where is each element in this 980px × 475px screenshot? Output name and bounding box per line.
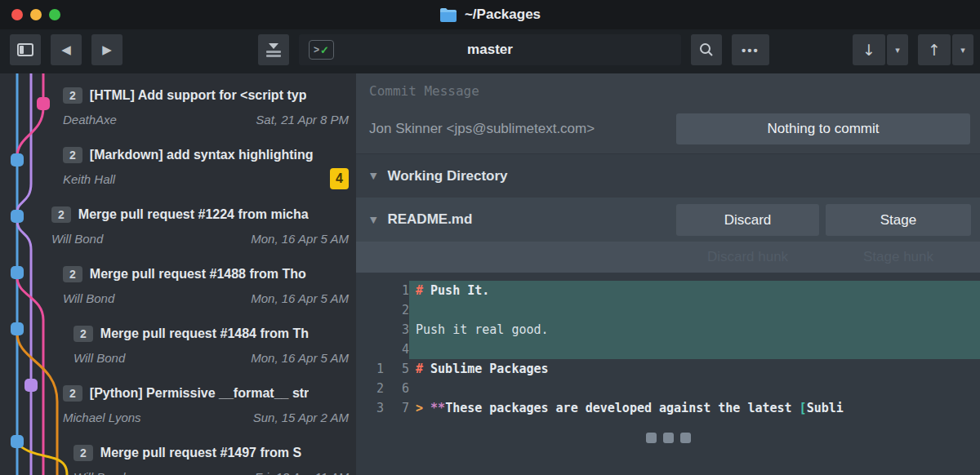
diff-line-code: # Sublime Packages (409, 359, 980, 379)
new-line-number: 1 (384, 281, 409, 300)
fetch-icon (266, 43, 281, 57)
commit-count-badge: 2 (74, 326, 93, 342)
branch-selector[interactable]: > ✓ master (299, 34, 681, 65)
diff-line[interactable]: 4 (356, 340, 980, 359)
commit-count-badge: 2 (74, 445, 93, 461)
commit-list-item[interactable]: 2Merge pull request #1484 from ThWill Bo… (0, 322, 356, 378)
search-button[interactable] (691, 34, 722, 65)
diff-line[interactable]: 37> **These packages are developed again… (356, 398, 980, 418)
chevron-down-icon: ▾ (895, 45, 900, 55)
push-button[interactable]: ↑ (918, 34, 951, 65)
diff-line[interactable]: 15# Sublime Packages (356, 359, 980, 379)
old-line-number: 2 (356, 379, 384, 398)
commit-title: [HTML] Add support for <script typ (90, 88, 307, 103)
commit-list-item[interactable]: 2Merge pull request #1224 from michaWill… (0, 202, 356, 259)
stage-file-button[interactable]: Stage (826, 204, 971, 236)
fetch-button[interactable] (258, 34, 289, 65)
commit-title: Merge pull request #1224 from micha (78, 207, 309, 222)
collapse-icon[interactable]: ▼ (370, 171, 376, 181)
commit-author: Will Bond (74, 470, 125, 475)
commit-list-item[interactable]: 2[Markdown] add syntax highlightingKeith… (0, 143, 356, 199)
commit-author: Will Bond (74, 351, 125, 365)
hunk-header-bar: Discard hunk Stage hunk (356, 242, 980, 273)
discard-hunk-button[interactable]: Discard hunk (676, 242, 819, 273)
old-line-number (356, 281, 384, 300)
commit-date: Mon, 16 Apr 5 AM (251, 291, 349, 305)
commit-list-item[interactable]: 2[Python] Permissive __format__ strMicha… (0, 381, 356, 437)
commit-title: Merge pull request #1488 from Tho (90, 267, 306, 282)
pull-icon: ↓ (862, 41, 875, 59)
current-branch-label: master (299, 42, 681, 58)
discard-file-button[interactable]: Discard (676, 204, 819, 236)
commit-history-list: 2[HTML] Add support for <script typDeath… (0, 73, 356, 475)
toolbar: ◀ ▶ > ✓ master ••• ↓ ▾ ↑ ▾ (0, 29, 980, 73)
commit-author-label: Jon Skinner <jps@sublimetext.com> (369, 121, 595, 137)
ellipsis-icon: ••• (742, 43, 760, 57)
forward-icon: ▶ (102, 42, 112, 57)
forward-button[interactable]: ▶ (91, 34, 122, 65)
commit-count-badge: 2 (51, 206, 71, 223)
commit-detail-panel: Commit Message Jon Skinner <jps@sublimet… (356, 73, 980, 475)
folder-icon (439, 8, 457, 22)
sidebar-icon (17, 43, 33, 56)
commit-message-area: Commit Message Jon Skinner <jps@sublimet… (356, 73, 980, 153)
more-options-button[interactable]: ••• (732, 34, 769, 65)
working-directory-title: Working Directory (387, 168, 507, 184)
diff-line[interactable]: 1# Push It. (356, 281, 980, 300)
file-name-label: README.md (387, 211, 472, 228)
commit-count-badge: 2 (63, 147, 82, 163)
old-line-number (356, 300, 384, 320)
commit-message-input[interactable]: Commit Message (369, 83, 479, 99)
commit-list-item[interactable]: 2Merge pull request #1497 from SWill Bon… (0, 441, 356, 475)
close-window-button[interactable] (11, 9, 23, 20)
diff-view[interactable]: 1# Push It.23Push it real good.415# Subl… (356, 273, 980, 475)
diff-line[interactable]: 26 (356, 379, 980, 398)
pull-button[interactable]: ↓ (853, 34, 885, 65)
commit-author: Michael Lyons (63, 411, 141, 424)
collapse-icon[interactable]: ▼ (370, 215, 376, 225)
old-line-number (356, 320, 384, 340)
diff-line-code (409, 379, 980, 398)
commit-title: [Markdown] add syntax highlighting (90, 148, 314, 162)
window-title: ~/Packages (439, 7, 541, 23)
stage-hunk-button[interactable]: Stage hunk (826, 242, 971, 273)
working-directory-header[interactable]: ▼ Working Directory (356, 153, 980, 198)
commit-date: Mon, 16 Apr 5 AM (251, 351, 349, 365)
diff-line-code (409, 300, 980, 320)
file-row-readme[interactable]: ▼ README.md Discard Stage (356, 198, 980, 242)
push-options-button[interactable]: ▾ (952, 34, 973, 65)
new-line-number: 7 (384, 398, 409, 418)
commit-list-item[interactable]: 2[HTML] Add support for <script typDeath… (0, 83, 356, 140)
back-button[interactable]: ◀ (51, 34, 82, 65)
commit-author: Will Bond (63, 291, 114, 305)
new-line-number: 5 (384, 359, 409, 379)
minimize-window-button[interactable] (30, 9, 42, 20)
commit-date: Mon, 16 Apr 5 AM (251, 232, 349, 246)
diff-line-code: Push it real good. (409, 320, 980, 340)
commit-date: Fri, 13 Apr 11 AM (255, 470, 349, 475)
commit-author: Will Bond (51, 232, 103, 246)
commit-title: Merge pull request #1484 from Th (100, 326, 309, 341)
chevron-down-icon: ▾ (960, 45, 965, 55)
more-content-indicator[interactable] (356, 433, 980, 443)
commit-title: [Python] Permissive __format__ str (90, 386, 310, 401)
diff-line[interactable]: 2 (356, 300, 980, 320)
commit-list-item[interactable]: 2Merge pull request #1488 from ThoWill B… (0, 262, 356, 318)
diff-line-code: # Push It. (409, 281, 980, 300)
diff-line[interactable]: 3Push it real good. (356, 320, 980, 340)
back-icon: ◀ (61, 42, 71, 57)
toggle-sidebar-button[interactable] (10, 34, 41, 65)
new-line-number: 3 (384, 320, 409, 340)
zoom-window-button[interactable] (49, 9, 60, 20)
ahead-count-badge: 4 (330, 168, 349, 189)
commit-button[interactable]: Nothing to commit (676, 113, 970, 144)
commit-title: Merge pull request #1497 from S (100, 446, 301, 460)
title-bar: ~/Packages (0, 0, 980, 29)
window-title-text: ~/Packages (465, 7, 541, 23)
new-line-number: 6 (384, 379, 409, 398)
dot-icon (680, 433, 691, 443)
search-icon (699, 42, 714, 57)
commit-date: Sat, 21 Apr 8 PM (256, 113, 349, 127)
commit-count-badge: 2 (63, 266, 82, 282)
pull-options-button[interactable]: ▾ (887, 34, 908, 65)
